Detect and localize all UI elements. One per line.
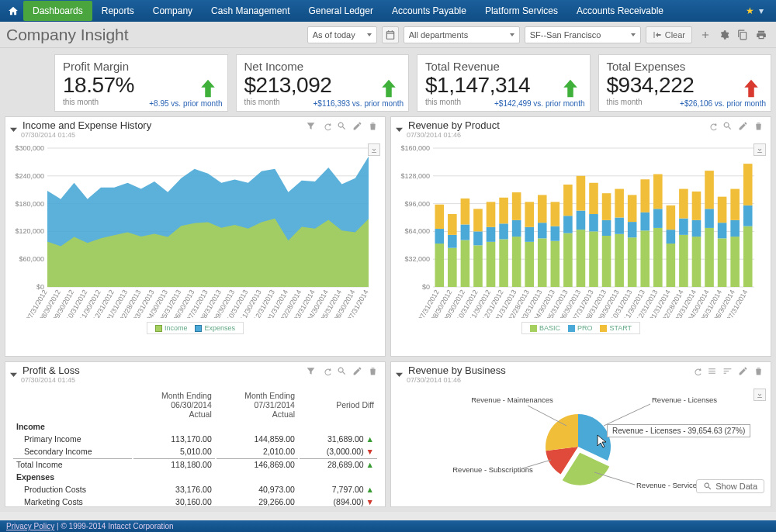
funnel-icon[interactable] <box>306 365 317 376</box>
trash-icon[interactable] <box>753 365 764 376</box>
card-timestamp: 07/30/2014 01:45 <box>5 376 385 385</box>
print-icon[interactable] <box>753 26 770 43</box>
pencil-icon[interactable] <box>352 365 363 376</box>
top-nav: DashboardsReportsCompanyCash ManagementG… <box>0 0 776 22</box>
privacy-link[interactable]: Privacy Policy <box>6 522 54 530</box>
svg-rect-138 <box>718 223 727 238</box>
kpi-net-income[interactable]: Net Income $213,092 this month +$116,393… <box>236 54 410 112</box>
svg-line-152 <box>604 404 650 426</box>
card-title: Revenue by Business <box>408 364 506 376</box>
nav-tab-accounts-receivable[interactable]: Accounts Receivable <box>567 1 673 21</box>
pencil-icon[interactable] <box>738 365 749 376</box>
svg-rect-73 <box>512 237 521 287</box>
pencil-icon[interactable] <box>738 120 749 131</box>
svg-rect-65 <box>487 242 496 287</box>
refresh-icon[interactable] <box>691 365 702 376</box>
svg-rect-82 <box>538 223 547 238</box>
refresh-icon[interactable] <box>707 120 718 131</box>
card-income-expense: Income and Expense History 07/30/2014 01… <box>5 116 386 357</box>
collapse-icon[interactable] <box>396 367 404 375</box>
department-filter[interactable]: All departments <box>404 26 520 43</box>
svg-rect-106 <box>615 218 624 234</box>
svg-rect-87 <box>551 202 560 226</box>
arrow-up-icon <box>559 77 582 100</box>
location-filter[interactable]: SF--San Francisco <box>525 26 641 43</box>
search-icon[interactable] <box>722 120 733 131</box>
pencil-icon[interactable] <box>352 120 363 131</box>
funnel-icon[interactable] <box>306 120 317 131</box>
svg-rect-90 <box>563 216 573 233</box>
download-icon[interactable] <box>753 389 766 401</box>
svg-rect-93 <box>577 230 586 287</box>
nav-tab-cash-management[interactable]: Cash Management <box>202 1 299 21</box>
svg-line-154 <box>594 472 635 485</box>
star-icon[interactable]: ★ <box>740 5 759 16</box>
kpi-total-expenses[interactable]: Total Expenses $934,222 this month +$26,… <box>598 54 772 112</box>
nav-tab-company[interactable]: Company <box>144 1 202 21</box>
nav-tab-general-ledger[interactable]: General Ledger <box>300 1 383 21</box>
collapse-icon[interactable] <box>10 367 18 375</box>
svg-rect-105 <box>615 234 624 287</box>
svg-rect-139 <box>718 197 727 223</box>
svg-rect-97 <box>589 231 598 287</box>
svg-rect-129 <box>692 237 702 287</box>
svg-rect-91 <box>563 185 573 216</box>
download-icon[interactable] <box>368 143 380 156</box>
show-data-button[interactable]: Show Data <box>696 479 764 493</box>
collapse-icon[interactable] <box>10 122 18 130</box>
nav-tab-accounts-payable[interactable]: Accounts Payable <box>383 1 476 21</box>
sort-icon[interactable] <box>722 365 733 376</box>
svg-rect-131 <box>692 192 702 220</box>
svg-rect-118 <box>653 209 663 228</box>
legend-revenue-product: BASIC PRO START <box>521 322 640 334</box>
add-icon[interactable] <box>697 26 714 43</box>
svg-rect-70 <box>499 223 508 239</box>
svg-line-150 <box>528 406 566 426</box>
svg-rect-50 <box>435 229 444 244</box>
card-title: Income and Expense History <box>23 119 151 131</box>
date-filter[interactable]: As of today <box>307 26 377 43</box>
svg-rect-119 <box>653 174 663 209</box>
refresh-icon[interactable] <box>321 120 332 131</box>
calendar-icon[interactable] <box>382 26 399 43</box>
svg-rect-59 <box>461 199 470 225</box>
svg-rect-54 <box>448 235 457 248</box>
svg-rect-51 <box>435 205 444 229</box>
collapse-icon[interactable] <box>396 122 404 130</box>
filter-bar: Company Insight As of today All departme… <box>0 22 776 48</box>
refresh-icon[interactable] <box>321 365 332 376</box>
download-icon[interactable] <box>753 143 766 156</box>
svg-text:Revenue - Licenses: Revenue - Licenses <box>652 396 717 404</box>
card-title: Revenue by Product <box>408 119 500 131</box>
svg-text:$240,000: $240,000 <box>15 172 44 180</box>
svg-rect-125 <box>679 235 688 287</box>
list-icon[interactable] <box>707 365 718 376</box>
svg-text:$0: $0 <box>422 283 430 291</box>
copy-icon[interactable] <box>734 26 751 43</box>
search-icon[interactable] <box>337 120 348 131</box>
nav-tab-dashboards[interactable]: Dashboards <box>23 1 92 21</box>
gear-icon[interactable] <box>715 26 733 43</box>
trash-icon[interactable] <box>368 120 379 131</box>
arrow-up-icon <box>740 77 763 100</box>
home-icon[interactable] <box>3 3 23 19</box>
nav-caret-icon[interactable]: ▾ <box>759 5 773 16</box>
clear-button[interactable]: Clear <box>646 26 692 43</box>
svg-rect-133 <box>705 228 714 287</box>
svg-rect-146 <box>743 206 753 226</box>
svg-rect-95 <box>577 176 586 211</box>
svg-text:$96,000: $96,000 <box>404 200 430 208</box>
svg-rect-127 <box>679 189 688 219</box>
trash-icon[interactable] <box>368 365 379 376</box>
nav-tab-reports[interactable]: Reports <box>92 1 144 21</box>
svg-text:Revenue - Maintenances: Revenue - Maintenances <box>471 396 553 404</box>
trash-icon[interactable] <box>753 120 764 131</box>
profit-loss-table: Month Ending06/30/2014ActualMonth Ending… <box>5 385 385 507</box>
kpi-total-revenue[interactable]: Total Revenue $1,147,314 this month +$14… <box>417 54 591 112</box>
revenue-product-chart: $0$32,000$64,000$96,000$128,000$160,0000… <box>396 143 760 318</box>
svg-rect-71 <box>499 198 508 224</box>
nav-tab-platform-services[interactable]: Platform Services <box>476 1 567 21</box>
kpi-profit-margin[interactable]: Profit Margin 18.57% this month +8.95 vs… <box>54 54 228 112</box>
svg-rect-142 <box>730 220 740 237</box>
search-icon[interactable] <box>337 365 348 376</box>
